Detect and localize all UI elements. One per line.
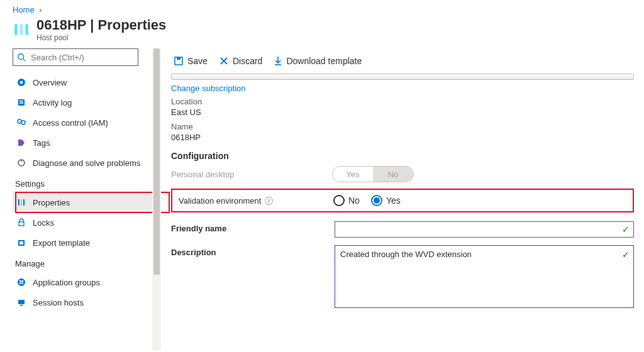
svg-point-10	[18, 119, 21, 123]
svg-rect-23	[22, 280, 24, 282]
check-icon: ✓	[622, 250, 630, 260]
sidebar-item-diagnose[interactable]: Diagnose and solve problems	[13, 153, 153, 173]
sidebar: « Overview Activity log Access c	[0, 48, 162, 350]
svg-point-3	[18, 54, 24, 60]
page-subtitle: Host pool	[36, 33, 166, 42]
activity-log-icon	[16, 97, 26, 107]
validation-radio-no[interactable]: No	[333, 195, 360, 206]
svg-marker-12	[18, 140, 25, 146]
description-row: Description Created through the WVD exte…	[171, 245, 634, 308]
description-input[interactable]: Created through the WVD extension ✓	[335, 245, 634, 308]
svg-rect-26	[18, 300, 25, 304]
name-value: 0618HP	[171, 133, 634, 142]
save-button[interactable]: Save	[174, 56, 208, 66]
sidebar-item-sessionhosts[interactable]: Session hosts	[13, 292, 153, 312]
discard-label: Discard	[233, 56, 262, 66]
svg-line-4	[23, 59, 26, 62]
download-icon	[274, 56, 282, 66]
description-value: Created through the WVD extension	[340, 250, 472, 259]
svg-point-11	[21, 121, 25, 124]
sidebar-item-label: Access control (IAM)	[33, 118, 108, 128]
sidebar-item-iam[interactable]: Access control (IAM)	[13, 113, 153, 133]
save-icon	[174, 56, 184, 66]
sidebar-item-label: Application groups	[33, 278, 100, 287]
validation-radio-group: No Yes	[333, 195, 401, 206]
sidebar-item-label: Activity log	[33, 98, 72, 107]
svg-rect-17	[23, 199, 25, 206]
svg-rect-15	[18, 199, 19, 206]
sidebar-item-overview[interactable]: Overview	[13, 72, 153, 92]
svg-rect-18	[19, 222, 24, 226]
name-row: Name 0618HP	[171, 122, 634, 142]
svg-rect-20	[19, 241, 23, 245]
configuration-heading: Configuration	[171, 151, 634, 161]
svg-rect-0	[14, 24, 17, 35]
toolbar: Save Discard Download template	[169, 48, 636, 74]
radio-yes-label: Yes	[386, 195, 401, 206]
sidebar-item-activity[interactable]: Activity log	[13, 92, 153, 113]
sidebar-section-settings: Settings	[15, 179, 162, 189]
breadcrumb-home[interactable]: Home	[13, 5, 35, 14]
svg-rect-2	[26, 24, 28, 35]
scrollbar-thumb[interactable]	[153, 48, 160, 275]
sidebar-item-label: Locks	[33, 218, 54, 228]
svg-rect-1	[20, 24, 23, 35]
sidebar-item-label: Overview	[33, 78, 67, 87]
name-label: Name	[171, 122, 634, 131]
diagnose-icon	[16, 158, 26, 168]
info-icon[interactable]: i	[265, 197, 273, 205]
sidebar-item-label: Session hosts	[33, 298, 84, 307]
svg-rect-25	[22, 283, 24, 285]
page-header: 0618HP | Properties Host pool	[0, 17, 644, 48]
search-icon	[17, 53, 26, 62]
export-icon	[16, 238, 26, 248]
svg-rect-6	[20, 81, 23, 84]
svg-rect-27	[20, 305, 23, 306]
personal-desktop-row: Personal desktop Yes No	[171, 166, 634, 182]
location-label: Location	[171, 97, 634, 106]
scrollbar[interactable]	[152, 48, 161, 350]
svg-rect-22	[19, 280, 21, 282]
sidebar-section-manage: Manage	[15, 259, 162, 268]
appgroups-icon	[16, 277, 26, 287]
friendly-name-input[interactable]: ✓	[335, 221, 634, 238]
download-button[interactable]: Download template	[274, 56, 362, 66]
sidebar-item-label: Properties	[33, 198, 70, 207]
overview-icon	[16, 77, 26, 87]
lock-icon	[16, 217, 26, 228]
hostpool-icon	[13, 21, 30, 38]
friendly-name-label: Friendly name	[171, 221, 335, 233]
subscription-field-cutoff	[171, 74, 634, 80]
svg-point-21	[18, 278, 25, 286]
sidebar-item-label: Diagnose and solve problems	[33, 158, 140, 168]
sidebar-item-tags[interactable]: Tags	[13, 133, 153, 153]
sidebar-item-appgroups[interactable]: Application groups	[13, 272, 153, 292]
download-label: Download template	[286, 56, 362, 66]
chevron-right-icon: ›	[39, 5, 42, 14]
search-input[interactable]	[30, 52, 130, 63]
sidebar-search[interactable]	[13, 48, 138, 66]
discard-button[interactable]: Discard	[219, 56, 262, 66]
breadcrumb: Home ›	[0, 0, 644, 17]
change-subscription-link[interactable]: Change subscription	[169, 84, 636, 93]
radio-no-label: No	[348, 195, 360, 206]
friendly-name-row: Friendly name ✓	[171, 221, 634, 238]
location-value: East US	[171, 107, 634, 117]
sidebar-item-export[interactable]: Export template	[13, 233, 153, 253]
discard-icon	[219, 56, 229, 66]
svg-rect-16	[21, 199, 22, 206]
page-title: 0618HP | Properties	[36, 17, 166, 33]
sidebar-item-properties[interactable]: Properties	[13, 192, 153, 212]
toggle-no: No	[373, 167, 413, 182]
radio-icon	[333, 195, 345, 206]
iam-icon	[16, 118, 26, 128]
validation-label: Validation environment i	[179, 196, 333, 206]
location-row: Location East US	[171, 97, 634, 117]
svg-rect-29	[177, 57, 180, 60]
sessionhosts-icon	[16, 297, 26, 307]
properties-icon	[16, 197, 26, 207]
sidebar-item-locks[interactable]: Locks	[13, 212, 153, 233]
content-pane: Save Discard Download template Change su…	[162, 48, 644, 350]
validation-radio-yes[interactable]: Yes	[371, 195, 401, 206]
save-label: Save	[187, 56, 208, 66]
